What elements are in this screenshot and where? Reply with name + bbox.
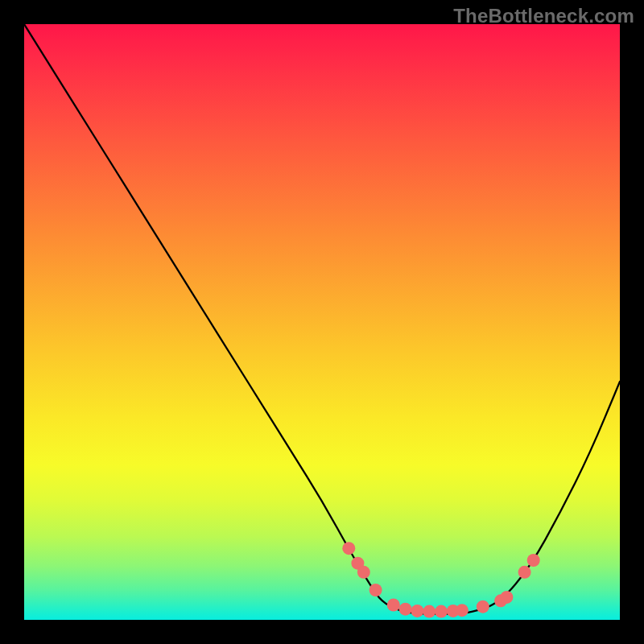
marker-dot [435,605,448,618]
chart-container: TheBottleneck.com [0,0,644,644]
marker-dot [518,566,531,579]
marker-dot [477,601,489,613]
bottleneck-curve [24,24,620,614]
curve-svg [24,24,620,620]
marker-dot [357,566,370,579]
marker-dot [342,542,355,555]
marker-dot [411,605,423,617]
marker-dot [456,604,469,617]
marker-dot [527,554,540,567]
marker-dot [399,603,412,616]
highlight-points [342,542,539,617]
marker-dot [387,599,400,612]
marker-dot [500,591,513,604]
marker-dot [369,584,382,597]
plot-area [24,24,620,620]
marker-dot [423,605,436,618]
